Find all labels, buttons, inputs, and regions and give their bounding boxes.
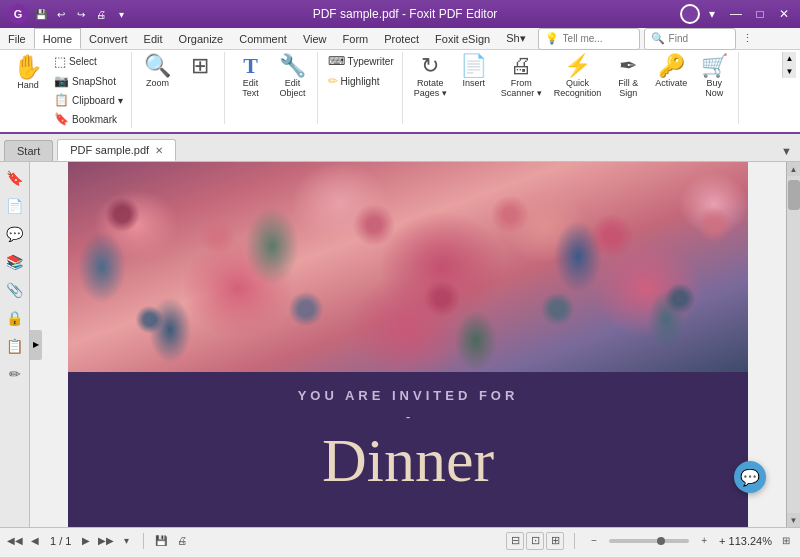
menu-convert[interactable]: Convert: [81, 28, 136, 49]
first-page-button[interactable]: ◀◀: [6, 532, 24, 550]
ribbon-group-tools-content: ✋ Hand ⬚ Select 📷 SnapShot 📋 Clipboard ▾…: [8, 52, 127, 128]
ribbon: ✋ Hand ⬚ Select 📷 SnapShot 📋 Clipboard ▾…: [0, 50, 800, 134]
ribbon-scrollbar[interactable]: ▲ ▼: [782, 52, 796, 78]
menu-view[interactable]: View: [295, 28, 335, 49]
clipboard-button[interactable]: 📋 Clipboard ▾: [50, 91, 127, 109]
menu-form[interactable]: Form: [335, 28, 377, 49]
tell-me-box[interactable]: 💡: [538, 28, 640, 50]
sidebar-attachment-icon[interactable]: 📎: [3, 278, 27, 302]
app-logo[interactable]: G: [8, 4, 28, 24]
close-button[interactable]: ✕: [776, 6, 792, 22]
ribbon-group-comment-content: ⌨ Typewriter ✏ Highlight: [324, 52, 398, 124]
activate-button[interactable]: 🔑 Activate: [650, 52, 692, 91]
rotate-pages-button[interactable]: ↻ RotatePages ▾: [409, 52, 452, 101]
scroll-track[interactable]: [787, 176, 801, 513]
buy-now-button[interactable]: 🛒 BuyNow: [694, 52, 734, 101]
status-right-area: ⊟ ⊡ ⊞ − + + 113.24% ⊞: [506, 532, 794, 550]
buy-now-label: BuyNow: [705, 78, 723, 98]
scroll-down-button[interactable]: ▼: [787, 513, 801, 527]
status-separator-2: [574, 533, 575, 549]
account-dropdown[interactable]: ▾: [704, 6, 720, 22]
fill-sign-button[interactable]: ✒ Fill &Sign: [608, 52, 648, 101]
sidebar-sign-icon[interactable]: ✏: [3, 362, 27, 386]
foxit-chat-button[interactable]: 💬: [734, 461, 766, 493]
sidebar-page-icon[interactable]: 📄: [3, 194, 27, 218]
sidebar-collapse-button[interactable]: ▶: [30, 330, 42, 360]
insert-label: Insert: [462, 78, 485, 88]
find-box[interactable]: 🔍: [644, 28, 736, 50]
from-scanner-label: FromScanner ▾: [501, 78, 542, 98]
invited-dash: -: [88, 409, 728, 425]
scroll-thumb[interactable]: [788, 180, 800, 210]
quick-recognition-label: QuickRecognition: [554, 78, 602, 98]
tell-me-input[interactable]: [563, 33, 633, 44]
ribbon-options-icon[interactable]: ⋮: [740, 31, 756, 47]
print-status-button[interactable]: 🖨: [173, 532, 191, 550]
zoom-fit-button[interactable]: ⊞: [778, 533, 794, 549]
view-facing-button[interactable]: ⊞: [546, 532, 564, 550]
menu-foxitsign[interactable]: Foxit eSign: [427, 28, 498, 49]
ribbon-scroll-up[interactable]: ▲: [783, 52, 796, 65]
right-scrollbar[interactable]: ▲ ▼: [786, 162, 800, 527]
tab-start[interactable]: Start: [4, 140, 53, 161]
menu-comment[interactable]: Comment: [231, 28, 295, 49]
quick-recognition-button[interactable]: ⚡ QuickRecognition: [549, 52, 607, 101]
menu-organize[interactable]: Organize: [171, 28, 232, 49]
sidebar-bookmark-icon[interactable]: 🔖: [3, 166, 27, 190]
zoom-slider-thumb[interactable]: [657, 537, 665, 545]
ribbon-scroll-down[interactable]: ▼: [783, 65, 796, 78]
menu-home[interactable]: Home: [34, 28, 81, 49]
save-status-button[interactable]: 💾: [152, 532, 170, 550]
main-area: 🔖 📄 💬 📚 📎 🔒 📋 ✏ ▶ YOU ARE INVITED FOR - …: [0, 162, 800, 527]
menu-edit[interactable]: Edit: [136, 28, 171, 49]
tab-file-label: PDF sample.pdf: [70, 144, 149, 156]
maximize-button[interactable]: □: [752, 6, 768, 22]
snapshot-button[interactable]: 📷 SnapShot: [50, 72, 127, 90]
fill-sign-label: Fill &Sign: [618, 78, 638, 98]
bookmark-button[interactable]: 🔖 Bookmark: [50, 110, 127, 128]
account-icon[interactable]: [680, 4, 700, 24]
sidebar-security-icon[interactable]: 🔒: [3, 306, 27, 330]
nav-dropdown[interactable]: ▾: [117, 532, 135, 550]
find-input[interactable]: [669, 33, 729, 44]
select-button[interactable]: ⬚ Select: [50, 52, 127, 71]
more-qa-icon[interactable]: ▾: [112, 5, 130, 23]
zoom-in-button[interactable]: +: [695, 532, 713, 550]
redo-icon[interactable]: ↪: [72, 5, 90, 23]
view-single-button[interactable]: ⊟: [506, 532, 524, 550]
tab-pdf-file[interactable]: PDF sample.pdf ✕: [57, 139, 176, 161]
prev-page-button[interactable]: ◀: [26, 532, 44, 550]
typewriter-button[interactable]: ⌨ Typewriter: [324, 52, 398, 70]
minimize-button[interactable]: —: [728, 6, 744, 22]
status-separator-1: [143, 533, 144, 549]
next-page-button[interactable]: ▶: [77, 532, 95, 550]
tab-close-button[interactable]: ✕: [155, 145, 163, 156]
print-icon[interactable]: 🖨: [92, 5, 110, 23]
menu-share[interactable]: Sh▾: [498, 28, 533, 49]
highlight-button[interactable]: ✏ Highlight: [324, 72, 398, 90]
menu-protect[interactable]: Protect: [376, 28, 427, 49]
sidebar-layers-icon[interactable]: 📚: [3, 250, 27, 274]
hand-button[interactable]: ✋ Hand: [8, 52, 48, 93]
zoom-sub-button[interactable]: ⊞: [180, 52, 220, 81]
tab-scroll-down[interactable]: ▼: [777, 141, 796, 161]
fill-sign-icon: ✒: [619, 55, 637, 77]
undo-icon[interactable]: ↩: [52, 5, 70, 23]
snapshot-icon: 📷: [54, 74, 69, 88]
zoom-slider[interactable]: [609, 539, 689, 543]
edit-object-button[interactable]: 🔧 EditObject: [273, 52, 313, 101]
ribbon-group-zoom-content: 🔍 Zoom ⊞: [138, 52, 220, 124]
menu-file[interactable]: File: [0, 28, 34, 49]
insert-button[interactable]: 📄 Insert: [454, 52, 494, 91]
view-continuous-button[interactable]: ⊡: [526, 532, 544, 550]
from-scanner-button[interactable]: 🖨 FromScanner ▾: [496, 52, 547, 101]
last-page-button[interactable]: ▶▶: [97, 532, 115, 550]
edit-text-button[interactable]: T EditText: [231, 52, 271, 101]
save-icon[interactable]: 💾: [32, 5, 50, 23]
zoom-button[interactable]: 🔍 Zoom: [138, 52, 178, 91]
zoom-out-button[interactable]: −: [585, 532, 603, 550]
activate-label: Activate: [655, 78, 687, 88]
scroll-up-button[interactable]: ▲: [787, 162, 801, 176]
sidebar-comment-icon[interactable]: 💬: [3, 222, 27, 246]
sidebar-clipboard-icon[interactable]: 📋: [3, 334, 27, 358]
